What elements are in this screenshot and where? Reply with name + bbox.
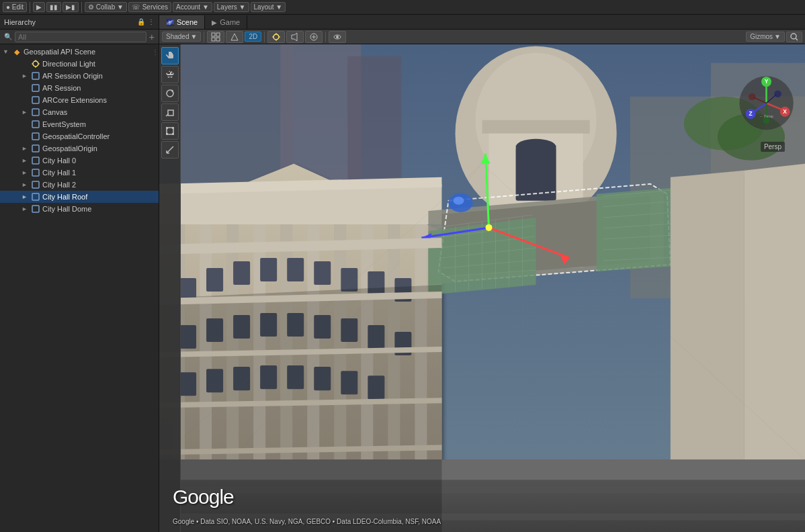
light-icon: [31, 59, 40, 69]
transform-tool[interactable]: [161, 141, 179, 159]
scene-visibility[interactable]: [329, 31, 346, 43]
tab-game[interactable]: ▶ Game: [205, 15, 247, 29]
root-menu-icon[interactable]: ⋮: [152, 48, 159, 56]
hierarchy-menu-icon[interactable]: ⋮: [148, 18, 155, 26]
add-icon[interactable]: +: [149, 32, 155, 42]
hierarchy-item-city-hall-1[interactable]: ► City Hall 1: [0, 167, 159, 179]
unity-logo[interactable]: ● Edit: [3, 2, 27, 12]
layers-button[interactable]: Layers ▼: [214, 2, 249, 12]
hierarchy-item-geospatial-origin[interactable]: ► GeospatialOrigin: [0, 142, 159, 154]
svg-text:X: X: [783, 108, 787, 115]
ar-origin-icon: [31, 71, 40, 81]
main-layout: ● Edit ▶ ▮▮ ▶▮ ⚙ Collab ▼ ☏ Services Acc…: [0, 0, 805, 532]
rotate-tool[interactable]: [161, 85, 179, 102]
search-icon: 🔍: [4, 33, 12, 40]
gizmos-arrow: ▼: [774, 33, 781, 40]
scene-content[interactable]: Persp Y X: [159, 44, 805, 532]
svg-rect-8: [32, 109, 39, 116]
fx-toggle[interactable]: [305, 31, 323, 43]
svg-rect-19: [212, 38, 215, 41]
svg-rect-7: [32, 97, 39, 103]
hierarchy-item-ar-session[interactable]: AR Session: [0, 82, 159, 94]
layout-button[interactable]: Layout ▼: [251, 2, 286, 12]
arcore-icon: [31, 95, 40, 105]
step-button[interactable]: ▶▮: [62, 2, 79, 12]
svg-rect-141: [172, 127, 174, 129]
svg-rect-60: [314, 261, 331, 285]
hierarchy-root-item[interactable]: ▼ ◆ Geospatial API Scene ⋮: [0, 46, 159, 58]
collab-button[interactable]: ⚙ Collab ▼: [85, 2, 127, 12]
separator-1: [30, 2, 30, 13]
ch0-expand: ►: [22, 157, 31, 164]
svg-rect-5: [32, 73, 39, 79]
ar-session-origin-label: AR Session Origin: [42, 72, 103, 80]
city-hall-roof-label: City Hall Roof: [42, 193, 87, 201]
scene-tabs-bar: 🌌 Scene ▶ Game: [159, 15, 805, 30]
svg-text:← Persp: ← Persp: [759, 114, 773, 118]
ch2-icon: [31, 180, 40, 189]
services-button[interactable]: ☏ Services: [128, 2, 171, 12]
root-expand-arrow: ▼: [3, 48, 12, 55]
game-tab-icon: ▶: [212, 19, 217, 26]
svg-point-157: [749, 93, 756, 101]
city-hall-0-label: City Hall 0: [42, 157, 76, 165]
2d-toggle[interactable]: 2D: [245, 32, 261, 42]
hierarchy-item-city-hall-2[interactable]: ► City Hall 2: [0, 179, 159, 191]
svg-rect-140: [166, 127, 168, 129]
persp-toggle[interactable]: [226, 31, 243, 43]
tab-scene[interactable]: 🌌 Scene: [159, 15, 205, 29]
hierarchy-list: ▼ ◆ Geospatial API Scene ⋮ Directional L…: [0, 44, 159, 532]
hierarchy-search-input[interactable]: [15, 32, 146, 42]
svg-rect-143: [172, 133, 174, 135]
city-hall-2-label: City Hall 2: [42, 181, 76, 189]
hierarchy-item-canvas[interactable]: ► Canvas: [0, 106, 159, 118]
chd-expand: ►: [22, 206, 31, 212]
axis-gizmo[interactable]: Y X Z: [738, 75, 795, 134]
hierarchy-item-directional-light[interactable]: Directional Light: [0, 58, 159, 70]
google-credits: Google • Data SIO, NOAA, U.S. Navy, NGA,…: [173, 518, 441, 525]
svg-rect-59: [287, 258, 304, 281]
geo-origin-icon: [31, 144, 40, 153]
google-watermark: Google: [173, 486, 234, 508]
pause-button[interactable]: ▮▮: [46, 2, 61, 12]
account-button[interactable]: Account ▼: [173, 2, 212, 12]
play-button[interactable]: ▶: [33, 2, 45, 12]
svg-rect-12: [32, 157, 39, 164]
hierarchy-item-event-system[interactable]: EventSystem: [0, 118, 159, 130]
hierarchy-lock-icon[interactable]: 🔒: [137, 18, 145, 26]
lights-toggle[interactable]: [267, 31, 285, 43]
shaded-dropdown[interactable]: Shaded ▼: [162, 32, 201, 42]
hierarchy-item-city-hall-0[interactable]: ► City Hall 0: [0, 154, 159, 167]
grid-toggle[interactable]: [207, 31, 224, 43]
hierarchy-header: Hierarchy 🔒 ⋮: [0, 15, 159, 30]
hierarchy-item-geospatial-controller[interactable]: GeospatialController: [0, 130, 159, 142]
geospatial-origin-label: GeospatialOrigin: [42, 144, 97, 152]
hand-tool[interactable]: [161, 47, 179, 64]
perspective-label: Persp: [761, 142, 785, 152]
canvas-label: Canvas: [42, 108, 67, 116]
shaded-label: Shaded: [166, 33, 189, 40]
canvas-icon: [31, 107, 40, 117]
hierarchy-item-arcore-extensions[interactable]: ARCore Extensions: [0, 94, 159, 106]
audio-toggle[interactable]: [286, 31, 304, 43]
hierarchy-item-city-hall-dome[interactable]: ► City Hall Dome: [0, 203, 159, 215]
rect-tool[interactable]: [161, 122, 179, 140]
ch0-icon: [31, 156, 40, 165]
scale-tool[interactable]: [161, 103, 179, 121]
move-tool[interactable]: [161, 66, 179, 83]
search-scene[interactable]: [786, 32, 802, 42]
svg-point-159: [774, 90, 781, 97]
svg-rect-11: [32, 145, 39, 152]
svg-point-125: [453, 197, 464, 205]
top-menu-bar: ● Edit ▶ ▮▮ ▶▮ ⚙ Collab ▼ ☏ Services Acc…: [0, 0, 805, 15]
svg-rect-16: [32, 206, 39, 212]
svg-rect-137: [168, 110, 173, 116]
svg-rect-56: [206, 268, 223, 292]
gizmos-toggle[interactable]: Gizmos ▼: [746, 32, 785, 42]
toolbar-sep-1: [204, 32, 204, 42]
city-hall-dome-label: City Hall Dome: [42, 205, 91, 213]
hierarchy-item-ar-session-origin[interactable]: ► AR Session Origin: [0, 70, 159, 82]
hierarchy-item-city-hall-roof[interactable]: ► City Hall Roof: [0, 191, 159, 203]
event-system-icon: [31, 120, 40, 129]
arcore-extensions-label: ARCore Extensions: [42, 96, 107, 104]
